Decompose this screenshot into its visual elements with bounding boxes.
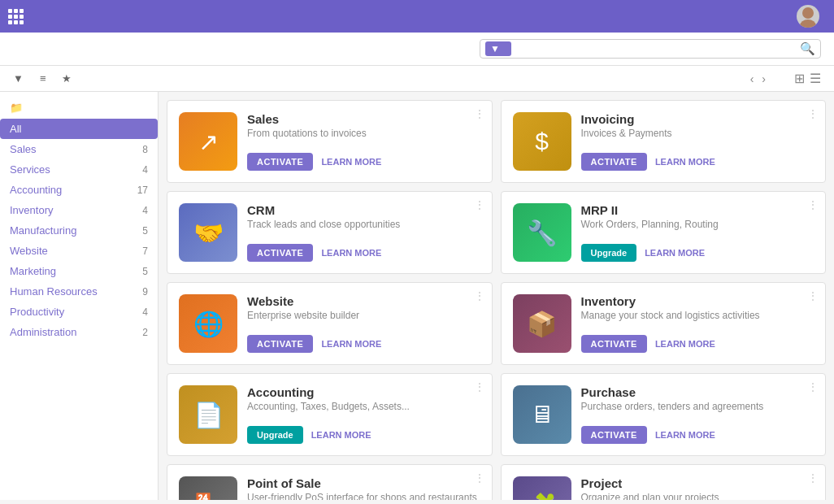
app-desc: From quotations to invoices bbox=[247, 128, 480, 146]
grid-menu-icon[interactable] bbox=[8, 9, 24, 24]
app-card-project: 🧩 Project Organize and plan your project… bbox=[501, 464, 827, 500]
app-card-crm: 🤝 CRM Track leads and close opportunitie… bbox=[167, 191, 493, 274]
activate-button[interactable]: ACTIVATE bbox=[247, 244, 313, 262]
card-menu-icon[interactable]: ⋮ bbox=[474, 289, 485, 302]
app-info: CRM Track leads and close opportunities … bbox=[247, 203, 480, 262]
apps-grid-area: ↗ Sales From quotations to invoices ACTI… bbox=[159, 92, 834, 500]
app-info: Purchase Purchase orders, tenders and ag… bbox=[581, 385, 814, 444]
card-menu-icon[interactable]: ⋮ bbox=[474, 380, 485, 393]
app-card-mrp-ii: 🔧 MRP II Work Orders, Planning, Routing … bbox=[501, 191, 827, 274]
sidebar-item-manufacturing[interactable]: Manufacturing 5 bbox=[0, 220, 158, 241]
app-card-purchase: 🖥 Purchase Purchase orders, tenders and … bbox=[501, 373, 827, 456]
card-menu-icon[interactable]: ⋮ bbox=[807, 471, 819, 484]
sidebar-item-label: Services bbox=[10, 163, 50, 176]
list-view-button[interactable]: ☰ bbox=[810, 71, 821, 86]
app-info: Project Organize and plan your projects … bbox=[581, 476, 814, 500]
learn-more-button[interactable]: LEARN MORE bbox=[655, 157, 715, 167]
learn-more-button[interactable]: LEARN MORE bbox=[655, 339, 715, 349]
sidebar-item-inventory[interactable]: Inventory 4 bbox=[0, 200, 158, 220]
sidebar-item-human-resources[interactable]: Human Resources 9 bbox=[0, 281, 158, 302]
search-tag[interactable]: ▼ bbox=[485, 41, 511, 56]
sidebar-item-label: Productivity bbox=[10, 306, 64, 318]
svg-point-0 bbox=[802, 7, 814, 19]
card-menu-icon[interactable]: ⋮ bbox=[474, 198, 485, 211]
app-name: Sales bbox=[247, 112, 480, 126]
app-card-sales: ↗ Sales From quotations to invoices ACTI… bbox=[167, 100, 493, 183]
activate-button[interactable]: ACTIVATE bbox=[581, 153, 647, 171]
filter-funnel-icon: ▼ bbox=[490, 43, 500, 54]
app-icon: ↗ bbox=[179, 112, 237, 171]
app-name: Accounting bbox=[247, 385, 480, 399]
pagination: ‹ › bbox=[745, 72, 768, 85]
sidebar-item-label: Manufacturing bbox=[10, 224, 76, 237]
app-icon: 🔧 bbox=[513, 203, 571, 262]
prev-page-button[interactable]: ‹ bbox=[748, 72, 757, 85]
sidebar-item-services[interactable]: Services 4 bbox=[0, 159, 158, 180]
app-desc: Accounting, Taxes, Budgets, Assets... bbox=[247, 401, 480, 419]
app-actions: ACTIVATELEARN MORE bbox=[247, 153, 480, 171]
learn-more-button[interactable]: LEARN MORE bbox=[321, 248, 381, 258]
app-desc: Manage your stock and logistics activiti… bbox=[581, 310, 814, 328]
card-menu-icon[interactable]: ⋮ bbox=[807, 198, 819, 211]
sidebar-count: 8 bbox=[142, 144, 148, 155]
app-name: MRP II bbox=[581, 203, 814, 217]
card-menu-icon[interactable]: ⋮ bbox=[474, 107, 485, 120]
app-icon: 🧩 bbox=[513, 476, 571, 500]
sidebar-count: 4 bbox=[142, 306, 148, 318]
folder-icon: 📁 bbox=[10, 102, 23, 114]
apps-grid: ↗ Sales From quotations to invoices ACTI… bbox=[167, 100, 826, 500]
search-input[interactable] bbox=[515, 43, 797, 55]
app-icon: 🏪 bbox=[179, 476, 237, 500]
filters-button[interactable]: ▼ bbox=[13, 72, 27, 85]
sidebar-item-accounting[interactable]: Accounting 17 bbox=[0, 180, 158, 200]
activate-button[interactable]: ACTIVATE bbox=[581, 335, 647, 353]
sidebar-count: 17 bbox=[137, 185, 148, 196]
group-icon: ≡ bbox=[40, 72, 46, 85]
app-info: Website Enterprise website builder ACTIV… bbox=[247, 294, 480, 353]
app-actions: ACTIVATELEARN MORE bbox=[247, 335, 480, 353]
app-icon: 🌐 bbox=[179, 294, 237, 353]
app-name: Website bbox=[247, 294, 480, 308]
sidebar-item-label: Marketing bbox=[10, 265, 56, 277]
sidebar-item-marketing[interactable]: Marketing 5 bbox=[0, 261, 158, 281]
view-toggle: ⊞ ☰ bbox=[794, 71, 821, 86]
sidebar-count: 5 bbox=[142, 266, 148, 277]
sidebar-item-label: Sales bbox=[10, 143, 37, 155]
search-button[interactable]: 🔍 bbox=[800, 41, 815, 56]
group-by-button[interactable]: ≡ bbox=[40, 72, 50, 85]
sidebar-item-website[interactable]: Website 7 bbox=[0, 241, 158, 261]
sidebar-item-sales[interactable]: Sales 8 bbox=[0, 139, 158, 159]
card-menu-icon[interactable]: ⋮ bbox=[474, 471, 485, 484]
sidebar-item-label: Human Resources bbox=[10, 285, 98, 298]
learn-more-button[interactable]: LEARN MORE bbox=[655, 430, 715, 440]
sidebar-item-all[interactable]: All bbox=[0, 119, 158, 139]
main-layout: 📁 All Sales 8Services 4Accounting 17Inve… bbox=[0, 92, 834, 500]
app-info: Inventory Manage your stock and logistic… bbox=[581, 294, 814, 353]
app-card-invoicing: $ Invoicing Invoices & Payments ACTIVATE… bbox=[501, 100, 827, 183]
sidebar-item-productivity[interactable]: Productivity 4 bbox=[0, 302, 158, 322]
app-icon: 🤝 bbox=[179, 203, 237, 262]
next-page-button[interactable]: › bbox=[759, 72, 768, 85]
upgrade-button[interactable]: Upgrade bbox=[581, 244, 637, 262]
favorites-button[interactable]: ★ bbox=[62, 72, 75, 85]
app-desc: Work Orders, Planning, Routing bbox=[581, 219, 814, 237]
card-menu-icon[interactable]: ⋮ bbox=[807, 380, 819, 393]
card-menu-icon[interactable]: ⋮ bbox=[807, 107, 819, 120]
learn-more-button[interactable]: LEARN MORE bbox=[321, 157, 381, 167]
activate-button[interactable]: ACTIVATE bbox=[247, 335, 313, 353]
sidebar-count: 7 bbox=[142, 245, 148, 257]
activate-button[interactable]: ACTIVATE bbox=[247, 153, 313, 171]
learn-more-button[interactable]: LEARN MORE bbox=[311, 430, 371, 440]
app-info: Invoicing Invoices & Payments ACTIVATELE… bbox=[581, 112, 814, 171]
upgrade-button[interactable]: Upgrade bbox=[247, 426, 303, 444]
learn-more-button[interactable]: LEARN MORE bbox=[321, 339, 381, 349]
activate-button[interactable]: ACTIVATE bbox=[581, 426, 647, 444]
sidebar-item-administration[interactable]: Administration 2 bbox=[0, 322, 158, 342]
card-menu-icon[interactable]: ⋮ bbox=[807, 289, 819, 302]
app-actions: ACTIVATELEARN MORE bbox=[581, 153, 814, 171]
app-desc: Enterprise website builder bbox=[247, 310, 480, 328]
kanban-view-button[interactable]: ⊞ bbox=[794, 71, 805, 86]
sidebar-count: 2 bbox=[142, 327, 148, 338]
learn-more-button[interactable]: LEARN MORE bbox=[645, 248, 705, 258]
app-name: Invoicing bbox=[581, 112, 814, 126]
